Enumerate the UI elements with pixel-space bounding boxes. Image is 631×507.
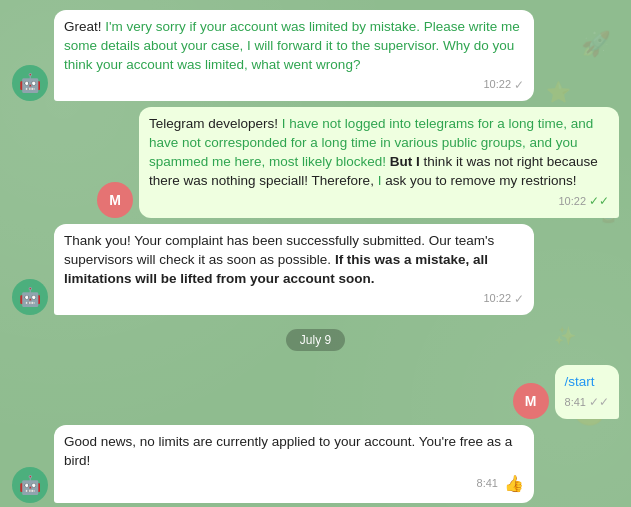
date-divider: July 9 [12,329,619,351]
message-time: 8:41 [565,395,586,410]
bubble-footer: 10:22✓ [64,77,524,94]
message-row-2: Telegram developers! I have not logged i… [97,107,619,217]
message-row-3: 🤖Thank you! Your complaint has been succ… [12,224,619,315]
bubble-5: Good news, no limits are currently appli… [54,425,534,503]
bubble-footer: 8:41👍 [64,473,524,495]
message-wrap: Telegram developers! I have not logged i… [139,107,619,217]
bubble-footer: 8:41✓✓ [565,394,609,411]
bubble-footer: 10:22✓ [64,291,524,308]
double-check: ✓✓ [589,394,609,411]
message-time: 8:41 [477,476,498,491]
bubble-1: Great! I'm very sorry if your account wa… [54,10,534,101]
message-row-1: 🤖Great! I'm very sorry if your account w… [12,10,619,101]
emoji-reaction: 👍 [504,473,524,495]
bubble-text: Good news, no limits are currently appli… [64,433,524,471]
bubble-text: Great! I'm very sorry if your account wa… [64,18,524,75]
bubble-text: Telegram developers! I have not logged i… [149,115,609,191]
message-wrap: /start8:41✓✓ [555,365,619,419]
bubble-2: Telegram developers! I have not logged i… [139,107,619,217]
avatar: 🤖 [12,279,48,315]
single-check: ✓ [514,77,524,94]
bubble-3: Thank you! Your complaint has been succe… [54,224,534,315]
bubble-text: Thank you! Your complaint has been succe… [64,232,524,289]
message-time: 10:22 [483,77,511,92]
avatar: 🤖 [12,467,48,503]
avatar: M [97,182,133,218]
message-row-5: 🤖Good news, no limits are currently appl… [12,425,619,503]
message-time: 10:22 [483,291,511,306]
chat-container[interactable]: 🤖Great! I'm very sorry if your account w… [0,0,631,507]
message-wrap: Good news, no limits are currently appli… [54,425,534,503]
single-check: ✓ [514,291,524,308]
bubble-4: /start8:41✓✓ [555,365,619,419]
bubble-footer: 10:22✓✓ [149,193,609,210]
avatar: 🤖 [12,65,48,101]
message-wrap: Great! I'm very sorry if your account wa… [54,10,534,101]
avatar: M [513,383,549,419]
message-time: 10:22 [558,194,586,209]
double-check: ✓✓ [589,193,609,210]
message-row-4: /start8:41✓✓M [513,365,619,419]
link[interactable]: /start [565,374,595,389]
message-wrap: Thank you! Your complaint has been succe… [54,224,534,315]
bubble-text: /start [565,373,609,392]
date-badge: July 9 [286,329,345,351]
